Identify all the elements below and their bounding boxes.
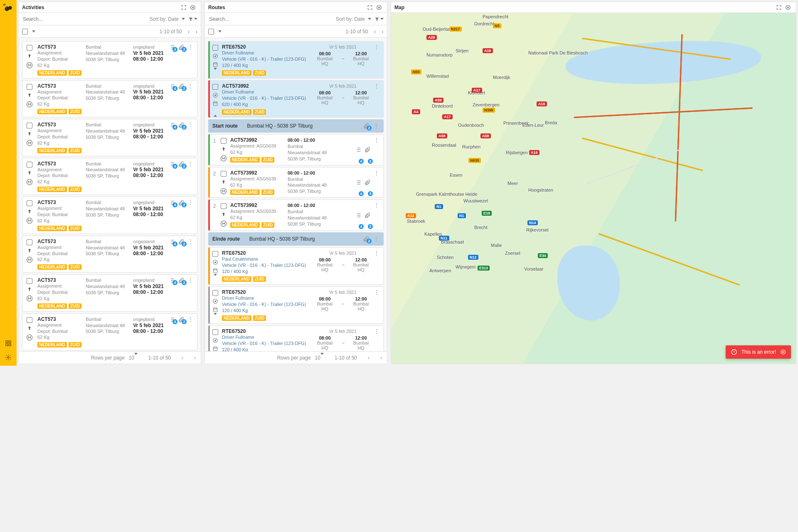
expand-icon[interactable]: [214, 315, 217, 321]
stop-checkbox[interactable]: [221, 171, 227, 177]
more-icon[interactable]: ⋮: [373, 83, 380, 89]
badge-icon[interactable]: 4: [169, 122, 175, 128]
routes-prev[interactable]: ‹: [374, 28, 376, 35]
activity-card[interactable]: ACT573 Assignment: Depot: Bumbal 62 Kg N…: [22, 119, 197, 156]
expand-icon[interactable]: [214, 70, 217, 76]
badge-icon[interactable]: 2: [178, 239, 185, 245]
activity-checkbox[interactable]: [27, 239, 32, 245]
map-canvas[interactable]: DordrechtOud-BeijerlandPapendrechtNumans…: [391, 13, 796, 364]
more-icon[interactable]: ⋮: [187, 161, 194, 167]
badge-icon[interactable]: 2: [178, 44, 185, 51]
more-icon[interactable]: ⋮: [187, 316, 194, 322]
routes-sort[interactable]: Sort by: Date: [336, 16, 371, 22]
activity-checkbox[interactable]: [27, 45, 32, 51]
activities-footer-prev[interactable]: ‹: [182, 355, 183, 361]
route-card[interactable]: RTE67520 Driver Fullname Vehicle (VR - 0…: [208, 325, 384, 351]
stop-checkbox[interactable]: [221, 138, 227, 144]
activity-checkbox[interactable]: [27, 317, 32, 323]
activity-checkbox[interactable]: [27, 200, 32, 206]
badge-icon[interactable]: 2: [178, 83, 185, 90]
close-icon[interactable]: [188, 3, 197, 12]
activity-card[interactable]: ACT573 Assignment: Depot: Bumbal 62 Kg N…: [22, 236, 197, 273]
activity-card[interactable]: ACT573 Assignment: Depot: Bumbal 62 Kg N…: [22, 158, 197, 195]
more-icon[interactable]: ⋮: [373, 137, 380, 163]
fullscreen-icon[interactable]: [774, 3, 783, 12]
activity-card[interactable]: ACT573 Assignment: Depot: Bumbal 62 Kg N…: [22, 197, 197, 234]
route-card[interactable]: RTE67520 Paul Ceulenmans Vehicle (VR - 0…: [208, 247, 384, 285]
close-icon[interactable]: [374, 3, 384, 12]
activity-card[interactable]: ACT573 Assignment: Depot: Bumbal 62 Kg N…: [22, 41, 197, 79]
expand-icon[interactable]: [214, 109, 217, 115]
more-icon[interactable]: ⋮: [187, 44, 194, 50]
fullscreen-icon[interactable]: [365, 3, 374, 12]
badge-icon[interactable]: 2: [178, 316, 185, 323]
expand-icon[interactable]: [214, 276, 217, 282]
badge-icon[interactable]: 2: [178, 122, 185, 128]
routes-search-input[interactable]: [208, 16, 332, 22]
route-stop-row[interactable]: 1 ACT573992 Assignment: ASG5039 62 Kg NE…: [208, 134, 384, 165]
more-icon[interactable]: ⋮: [373, 236, 379, 242]
badge-icon[interactable]: 4: [169, 239, 175, 245]
badge-icon[interactable]: 3: [364, 170, 371, 195]
badge-icon[interactable]: 2: [363, 123, 369, 129]
route-card[interactable]: ACT573992 Driver Fullname Vehicle (VR - …: [208, 80, 384, 118]
routes-next[interactable]: ›: [382, 28, 384, 35]
badge-icon[interactable]: 4: [169, 277, 175, 284]
activities-sort[interactable]: Sort by: Date: [150, 16, 185, 22]
more-icon[interactable]: ⋮: [187, 277, 194, 283]
activities-prev[interactable]: ‹: [188, 28, 190, 35]
activity-checkbox[interactable]: [27, 123, 32, 128]
routes-footer-next[interactable]: ›: [380, 355, 382, 361]
routes-footer-prev[interactable]: ‹: [368, 355, 369, 361]
badge-icon[interactable]: 4: [355, 137, 362, 163]
more-icon[interactable]: ⋮: [373, 250, 380, 256]
rail-settings-button[interactable]: [2, 352, 14, 363]
more-icon[interactable]: ⋮: [187, 83, 194, 89]
fullscreen-icon[interactable]: [179, 3, 188, 12]
rows-per-page-select[interactable]: 10: [129, 355, 138, 361]
activities-next[interactable]: ›: [195, 28, 197, 35]
more-icon[interactable]: ⋮: [373, 123, 379, 129]
badge-icon[interactable]: 2: [178, 161, 185, 167]
badge-icon[interactable]: 4: [169, 161, 175, 167]
stop-checkbox[interactable]: [221, 203, 227, 209]
more-icon[interactable]: ⋮: [373, 289, 380, 295]
rail-apps-button[interactable]: [2, 337, 14, 349]
route-checkbox[interactable]: [212, 290, 218, 296]
toast-close-icon[interactable]: [780, 349, 786, 355]
badge-icon[interactable]: 4: [169, 44, 175, 51]
badge-icon[interactable]: 4: [169, 83, 175, 90]
route-checkbox[interactable]: [212, 84, 218, 90]
more-icon[interactable]: ⋮: [187, 200, 194, 205]
activity-checkbox[interactable]: [27, 162, 32, 167]
route-stop-row[interactable]: 2 ACT573992 Assignment: ASG5039 62 Kg NE…: [208, 200, 384, 231]
filter-icon[interactable]: [188, 15, 197, 24]
route-checkbox[interactable]: [212, 251, 218, 257]
activity-card[interactable]: ACT573 Assignment: Depot: Bumbal 62 Kg N…: [22, 313, 197, 351]
route-checkbox[interactable]: [212, 329, 218, 335]
route-stop-row[interactable]: 2 ACT573992 Assignment: ASG5039 62 Kg NE…: [208, 167, 384, 198]
badge-icon[interactable]: 4: [355, 202, 362, 228]
routes-select-all[interactable]: [208, 29, 214, 34]
route-card[interactable]: RTE67520 Driver Fullname Vehicle (VR - 0…: [208, 41, 384, 79]
more-icon[interactable]: ⋮: [373, 202, 380, 228]
badge-icon[interactable]: 4: [355, 170, 362, 195]
more-icon[interactable]: ⋮: [373, 328, 380, 334]
more-icon[interactable]: ⋮: [187, 122, 194, 128]
more-icon[interactable]: ⋮: [187, 239, 194, 244]
badge-icon[interactable]: 2: [178, 200, 185, 206]
route-checkbox[interactable]: [212, 45, 218, 51]
rows-per-page-select[interactable]: 10: [315, 355, 324, 361]
close-icon[interactable]: [783, 3, 793, 12]
activities-footer-next[interactable]: ›: [194, 355, 196, 361]
activity-card[interactable]: ACT573 Assignment: Depot: Bumbal 62 Kg N…: [22, 274, 197, 312]
activity-checkbox[interactable]: [27, 84, 32, 90]
route-card[interactable]: RTE67520 Driver Fullname Vehicle (VR - 0…: [208, 286, 384, 324]
badge-icon[interactable]: 2: [364, 202, 371, 228]
badge-icon[interactable]: 2: [364, 137, 371, 163]
badge-icon[interactable]: 4: [169, 200, 175, 206]
activity-card[interactable]: ACT573 Assignment: Depot: Bumbal 62 Kg N…: [22, 80, 197, 118]
activity-checkbox[interactable]: [27, 278, 32, 284]
badge-icon[interactable]: 2: [363, 236, 369, 242]
activities-select-all[interactable]: [22, 29, 28, 34]
